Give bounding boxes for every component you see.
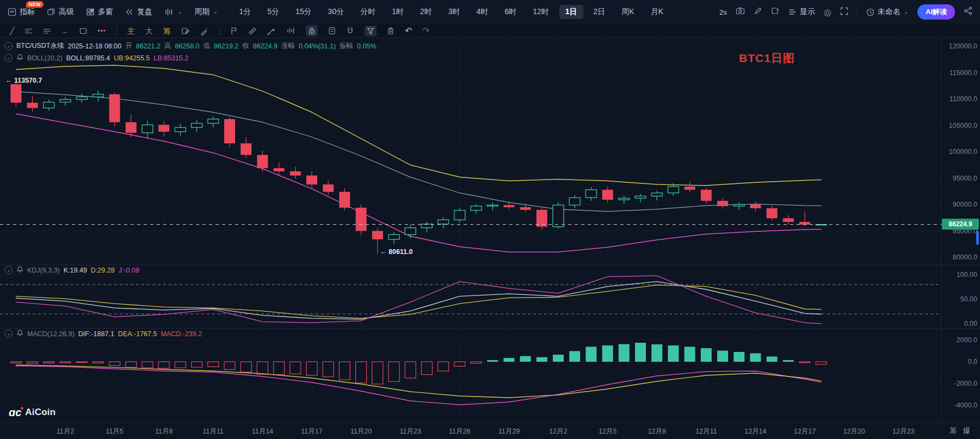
draw-edit-icon[interactable] bbox=[754, 7, 762, 17]
chart-type-selector[interactable]: ⌄ bbox=[164, 8, 182, 16]
timeframe-12时[interactable]: 12时 bbox=[527, 5, 555, 19]
timeframe-5分[interactable]: 5分 bbox=[261, 5, 285, 19]
trash-icon[interactable] bbox=[387, 27, 395, 35]
funnel-icon[interactable] bbox=[365, 26, 377, 36]
kdj-legend: ⌄ KDJ(9,3,3) K:19.49 D:29.28 J:-0.08 bbox=[4, 265, 139, 275]
pen-icon[interactable] bbox=[267, 27, 276, 35]
svg-text:11月11: 11月11 bbox=[203, 428, 224, 435]
hline-tool-icon[interactable] bbox=[24, 27, 33, 35]
toggle-爆[interactable]: 爆 bbox=[963, 426, 970, 436]
arrow-tool-icon[interactable]: ← bbox=[61, 27, 69, 35]
replay-icon bbox=[125, 8, 134, 16]
main-chart-toggle[interactable]: 主 bbox=[127, 27, 135, 35]
svg-text:11月17: 11月17 bbox=[301, 428, 322, 435]
ai-analysis-button[interactable]: AI解读 bbox=[917, 4, 955, 20]
change-value: 0.04%(31.1) bbox=[299, 42, 336, 50]
low-value: 86219.2 bbox=[214, 42, 238, 50]
chevron-down-icon: ⌄ bbox=[904, 9, 909, 15]
open-value: 86221.2 bbox=[136, 42, 161, 50]
redo-icon[interactable]: ↷ bbox=[422, 27, 429, 35]
boll-mid: BOLL:89785.4 bbox=[66, 54, 110, 62]
flag-icon[interactable] bbox=[230, 27, 238, 35]
display-list-icon bbox=[788, 8, 797, 16]
alert-bell-icon[interactable] bbox=[16, 53, 23, 63]
svg-text:100.00: 100.00 bbox=[957, 271, 977, 279]
amplitude-value: 0.05% bbox=[357, 42, 376, 50]
ruler-icon[interactable] bbox=[248, 27, 257, 35]
high-value: 86258.0 bbox=[175, 42, 199, 50]
indicator-button[interactable]: 指标 NEW bbox=[8, 7, 35, 17]
large-chart-toggle[interactable]: 大 bbox=[145, 27, 153, 35]
chips-chart-toggle[interactable]: 筹 bbox=[163, 27, 171, 35]
new-pane-icon[interactable] bbox=[771, 7, 780, 17]
timeframe-1分[interactable]: 1分 bbox=[233, 5, 257, 19]
undo-icon[interactable]: ↶ bbox=[405, 27, 412, 35]
timeframe-1日[interactable]: 1日 bbox=[559, 5, 583, 19]
main-toolbar: 指标 NEW 高级 多窗 复盘 ⌄ 周期 ⌄ 1分5分15分30分分时1时2时3… bbox=[0, 0, 980, 24]
refresh-interval[interactable]: 2s bbox=[719, 8, 727, 16]
line-tool-icon[interactable]: ╱ bbox=[10, 27, 14, 35]
svg-text:95000.0: 95000.0 bbox=[953, 175, 977, 182]
svg-text:100000.0: 100000.0 bbox=[949, 148, 977, 156]
layout-selector[interactable]: 未命名 ⌄ bbox=[866, 7, 909, 17]
macd-dea: DEA:-1767.5 bbox=[118, 330, 157, 338]
note-icon[interactable] bbox=[328, 27, 336, 35]
collapse-icon[interactable]: ⌄ bbox=[4, 42, 13, 50]
svg-text:105000.0: 105000.0 bbox=[949, 122, 977, 129]
svg-text:11月5: 11月5 bbox=[106, 428, 123, 435]
kdj-name: KDJ(9,3,3) bbox=[27, 267, 60, 274]
timeframe-周K[interactable]: 周K bbox=[615, 5, 640, 19]
magnet-icon[interactable] bbox=[346, 27, 354, 35]
price-chart[interactable]: 120000.0115000.0110000.0105000.0100000.0… bbox=[0, 0, 980, 439]
timeframe-分时[interactable]: 分时 bbox=[354, 5, 381, 19]
rect-tool-icon[interactable] bbox=[79, 27, 87, 35]
brush-icon[interactable] bbox=[200, 27, 209, 35]
advanced-button[interactable]: 高级 bbox=[47, 7, 74, 17]
k-edit-icon[interactable] bbox=[181, 27, 190, 35]
display-settings-button[interactable]: 显示 bbox=[788, 7, 815, 17]
multi-window-icon bbox=[86, 8, 95, 16]
collapse-icon[interactable]: ⌄ bbox=[4, 330, 13, 338]
boll-lb: LB:85315.2 bbox=[153, 54, 188, 62]
svg-text:12月17: 12月17 bbox=[794, 428, 816, 435]
alert-bell-icon[interactable] bbox=[16, 329, 23, 338]
timeframe-4时[interactable]: 4时 bbox=[471, 5, 495, 19]
fullscreen-icon[interactable] bbox=[840, 7, 848, 17]
timeframe-30分[interactable]: 30分 bbox=[322, 5, 350, 19]
svg-text:115000.0: 115000.0 bbox=[950, 69, 977, 77]
timeframe-月K[interactable]: 月K bbox=[645, 5, 669, 19]
chevron-down-icon: ⌄ bbox=[213, 9, 218, 15]
svg-text:-4000.0: -4000.0 bbox=[954, 401, 977, 409]
svg-text:11月29: 11月29 bbox=[498, 428, 520, 435]
more-dots-icon[interactable]: ••• bbox=[97, 28, 106, 34]
symbol-name: BTC/USDT永续 bbox=[16, 41, 64, 51]
timeframe-15分[interactable]: 15分 bbox=[289, 5, 318, 19]
axis-scrollbar[interactable] bbox=[976, 231, 979, 245]
aim-icon[interactable]: ◎ bbox=[824, 7, 831, 17]
advanced-icon bbox=[47, 8, 56, 16]
timeframe-2日[interactable]: 2日 bbox=[588, 5, 612, 19]
period-selector[interactable]: 周期 ⌄ bbox=[194, 7, 218, 17]
collapse-icon[interactable]: ⌄ bbox=[4, 54, 13, 62]
timeframe-1时[interactable]: 1时 bbox=[386, 5, 410, 19]
new-badge: NEW bbox=[26, 1, 44, 8]
screenshot-icon[interactable] bbox=[736, 7, 745, 17]
svg-text:50.00: 50.00 bbox=[960, 295, 977, 303]
alert-bell-icon[interactable] bbox=[16, 265, 23, 275]
svg-text:120000.0: 120000.0 bbox=[949, 42, 977, 50]
parallel-lines-icon[interactable] bbox=[43, 27, 51, 35]
share-icon[interactable] bbox=[964, 7, 972, 17]
lock-icon[interactable] bbox=[306, 25, 318, 36]
replay-button[interactable]: 复盘 bbox=[125, 7, 152, 17]
collapse-icon[interactable]: ⌄ bbox=[4, 266, 13, 274]
chart-title: BTC1日图 bbox=[739, 51, 795, 66]
timeframe-2时[interactable]: 2时 bbox=[414, 5, 438, 19]
timeframe-3时[interactable]: 3时 bbox=[442, 5, 466, 19]
svg-text:-2000.0: -2000.0 bbox=[954, 380, 977, 387]
timeframe-6时[interactable]: 6时 bbox=[498, 5, 522, 19]
wave-icon[interactable] bbox=[286, 27, 295, 35]
svg-text:11月8: 11月8 bbox=[155, 428, 172, 435]
svg-text:12月5: 12月5 bbox=[599, 428, 617, 435]
toggle-筹[interactable]: 筹 bbox=[950, 426, 957, 436]
multi-window-button[interactable]: 多窗 bbox=[86, 7, 113, 17]
